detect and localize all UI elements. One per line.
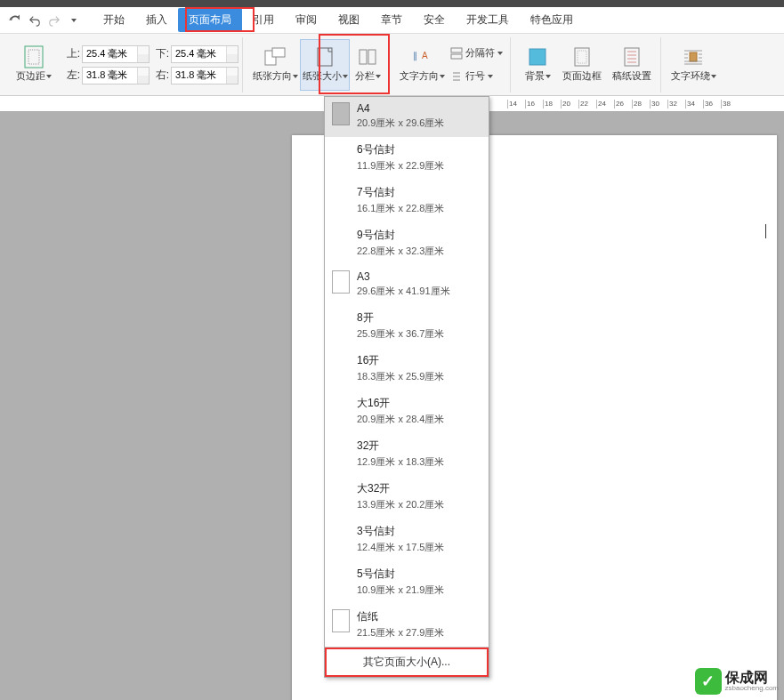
page-border-button[interactable]: 页面边框 bbox=[557, 39, 607, 91]
columns-icon bbox=[356, 46, 379, 68]
other-page-size-button[interactable]: 其它页面大小(A)... bbox=[325, 647, 489, 677]
ruler-mark: 32 bbox=[667, 100, 685, 109]
margin-left-label: 左: bbox=[62, 68, 80, 83]
ruler-mark: 26 bbox=[614, 100, 632, 109]
text-direction-button[interactable]: ∥A 文字方向 bbox=[397, 39, 447, 91]
tab-页面布局[interactable]: 页面布局 bbox=[178, 8, 242, 32]
paper-size-option[interactable]: 8开25.9厘米 x 36.7厘米 bbox=[325, 305, 489, 348]
svg-rect-10 bbox=[451, 54, 462, 59]
svg-rect-1 bbox=[28, 50, 39, 64]
page-thumb-icon bbox=[332, 310, 350, 334]
tab-特色应用[interactable]: 特色应用 bbox=[520, 8, 584, 32]
paper-size-icon bbox=[313, 46, 336, 68]
paper-size-name: 9号信封 bbox=[357, 228, 444, 243]
paper-size-dims: 25.9厘米 x 36.7厘米 bbox=[357, 327, 444, 341]
watermark-title: 保成网 bbox=[725, 671, 779, 685]
margin-right-input[interactable] bbox=[171, 67, 238, 84]
ruler-mark: 16 bbox=[525, 100, 543, 109]
paper-size-option[interactable]: A329.6厘米 x 41.91厘米 bbox=[325, 265, 489, 305]
margin-right-label: 右: bbox=[151, 68, 169, 83]
margin-top-input[interactable] bbox=[82, 45, 150, 63]
tab-视图[interactable]: 视图 bbox=[327, 8, 370, 32]
paper-size-option[interactable]: 7号信封16.1厘米 x 22.8厘米 bbox=[325, 180, 489, 222]
paper-size-option[interactable]: 3号信封12.4厘米 x 17.5厘米 bbox=[325, 519, 489, 561]
margin-left-input[interactable] bbox=[82, 67, 150, 84]
paper-size-dims: 20.9厘米 x 28.4厘米 bbox=[357, 413, 444, 426]
text-direction-icon: ∥A bbox=[410, 46, 433, 68]
orientation-icon bbox=[263, 46, 287, 68]
undo-icon[interactable] bbox=[27, 12, 43, 28]
background-button[interactable]: 背景 bbox=[518, 39, 557, 91]
refresh-icon[interactable] bbox=[7, 12, 23, 28]
svg-rect-5 bbox=[360, 50, 367, 64]
tab-安全[interactable]: 安全 bbox=[413, 8, 456, 32]
background-icon bbox=[526, 46, 549, 68]
watermark: 保成网 zsbaocheng.com bbox=[695, 668, 779, 695]
paper-size-button[interactable]: 纸张大小 bbox=[300, 39, 350, 91]
paper-size-name: 8开 bbox=[357, 310, 444, 326]
svg-rect-6 bbox=[368, 50, 376, 64]
menu-bar: 开始插入页面布局引用审阅视图章节安全开发工具特色应用 bbox=[0, 7, 784, 34]
page-margin-icon bbox=[22, 46, 45, 68]
paper-size-dims: 22.8厘米 x 32.3厘米 bbox=[357, 245, 444, 258]
svg-rect-13 bbox=[578, 51, 586, 63]
paper-size-option[interactable]: 16开18.3厘米 x 25.9厘米 bbox=[325, 348, 489, 390]
ribbon: 页边距 上: 下: 左: 右: 纸张方向 bbox=[0, 34, 784, 96]
paper-size-dims: 20.9厘米 x 29.6厘米 bbox=[357, 117, 444, 130]
tab-开始[interactable]: 开始 bbox=[93, 8, 135, 32]
paper-size-option[interactable]: 信纸21.5厘米 x 27.9厘米 bbox=[325, 604, 489, 647]
svg-rect-9 bbox=[451, 48, 462, 52]
paper-size-option[interactable]: 大32开13.9厘米 x 20.2厘米 bbox=[325, 476, 489, 519]
dropdown-icon[interactable] bbox=[66, 12, 82, 28]
paper-size-option[interactable]: 9号信封22.8厘米 x 32.3厘米 bbox=[325, 222, 489, 265]
page-border-icon bbox=[570, 46, 594, 68]
manuscript-button[interactable]: 稿纸设置 bbox=[607, 39, 657, 91]
margin-bottom-label: 下: bbox=[151, 46, 169, 61]
paper-size-name: 32开 bbox=[357, 439, 444, 454]
ruler-mark: 24 bbox=[596, 100, 614, 109]
paper-size-name: A3 bbox=[357, 270, 450, 283]
paper-size-dims: 29.6厘米 x 41.91厘米 bbox=[357, 285, 450, 298]
paper-size-option[interactable]: 6号信封11.9厘米 x 22.9厘米 bbox=[325, 137, 489, 180]
margin-bottom-input[interactable] bbox=[171, 45, 238, 63]
tab-插入[interactable]: 插入 bbox=[135, 8, 178, 32]
paper-size-dims: 12.4厘米 x 17.5厘米 bbox=[357, 541, 444, 554]
paper-size-dims: 11.9厘米 x 22.9厘米 bbox=[357, 159, 444, 173]
redo-icon[interactable] bbox=[46, 12, 62, 28]
tab-审阅[interactable]: 审阅 bbox=[285, 8, 327, 32]
svg-rect-3 bbox=[272, 48, 285, 57]
tab-引用[interactable]: 引用 bbox=[242, 8, 285, 32]
page-margin-button[interactable]: 页边距 bbox=[9, 39, 59, 91]
tab-开发工具[interactable]: 开发工具 bbox=[456, 8, 520, 32]
svg-text:A: A bbox=[422, 51, 428, 60]
columns-button[interactable]: 分栏 bbox=[350, 39, 385, 91]
page-thumb-icon bbox=[332, 102, 350, 125]
paper-size-name: 6号信封 bbox=[357, 142, 444, 157]
paper-size-dims: 13.9厘米 x 20.2厘米 bbox=[357, 498, 444, 511]
text-wrap-icon bbox=[682, 46, 705, 68]
ruler-mark: 22 bbox=[578, 100, 596, 109]
paper-size-dropdown: A420.9厘米 x 29.6厘米6号信封11.9厘米 x 22.9厘米7号信封… bbox=[324, 96, 489, 678]
ruler-mark: 30 bbox=[650, 100, 667, 109]
title-bar bbox=[0, 0, 784, 7]
orientation-button[interactable]: 纸张方向 bbox=[250, 39, 300, 91]
paper-size-option[interactable]: 32开12.9厘米 x 18.3厘米 bbox=[325, 433, 489, 476]
paper-size-option[interactable]: 大16开20.9厘米 x 28.4厘米 bbox=[325, 390, 489, 433]
paper-size-name: 7号信封 bbox=[357, 185, 444, 200]
line-numbers-button[interactable]: 行号 bbox=[447, 68, 506, 85]
svg-text:∥: ∥ bbox=[413, 51, 417, 61]
paper-size-option[interactable]: 5号信封10.9厘米 x 21.9厘米 bbox=[325, 561, 489, 604]
tab-章节[interactable]: 章节 bbox=[370, 8, 413, 32]
svg-rect-11 bbox=[529, 49, 546, 65]
ruler-mark: 18 bbox=[543, 100, 561, 109]
paper-size-option[interactable]: A420.9厘米 x 29.6厘米 bbox=[325, 97, 489, 137]
ruler-mark: 14 bbox=[507, 100, 525, 109]
breaks-icon bbox=[450, 47, 463, 60]
paper-size-name: 大16开 bbox=[357, 396, 444, 411]
paper-size-name: 大32开 bbox=[357, 481, 444, 496]
text-wrap-button[interactable]: 文字环绕 bbox=[668, 39, 718, 91]
paper-size-name: 3号信封 bbox=[357, 524, 444, 539]
watermark-check-icon bbox=[695, 668, 722, 695]
breaks-button[interactable]: 分隔符 bbox=[447, 44, 506, 62]
page-thumb-icon bbox=[332, 567, 350, 590]
